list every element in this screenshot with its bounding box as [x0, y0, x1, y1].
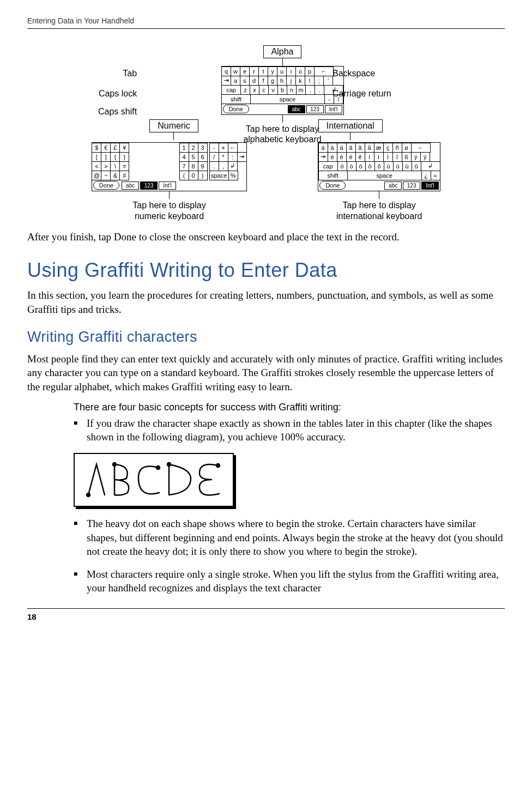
key[interactable]: ' [323, 76, 333, 86]
backspace-key[interactable]: ← [228, 143, 238, 153]
key[interactable]: é [328, 152, 337, 162]
done-button[interactable]: Done [319, 181, 346, 190]
key[interactable]: ê [355, 152, 365, 162]
backspace-key[interactable]: ← [411, 143, 431, 153]
key[interactable]: < [92, 161, 101, 171]
key[interactable]: á [318, 143, 328, 153]
key[interactable]: û [412, 161, 421, 171]
key[interactable]: 7 [179, 161, 189, 171]
key[interactable]: ¿ [421, 171, 431, 180]
key[interactable]: è [337, 152, 347, 162]
key[interactable]: w [231, 66, 240, 76]
key[interactable]: { [110, 152, 120, 162]
key[interactable]: s [240, 76, 250, 86]
key[interactable]: t [258, 66, 268, 76]
key[interactable]: , [305, 85, 315, 95]
key[interactable]: a [231, 76, 240, 86]
key[interactable]: \ [110, 161, 120, 171]
key[interactable]: e [240, 66, 250, 76]
space-key[interactable]: space [209, 171, 229, 180]
key[interactable]: . [209, 161, 219, 171]
key[interactable]: r [249, 66, 259, 76]
key[interactable]: d [249, 76, 259, 86]
key[interactable]: ß [402, 152, 412, 162]
key[interactable]: ó [337, 161, 347, 171]
key[interactable]: ÿ [420, 152, 430, 162]
key[interactable]: k [295, 76, 305, 86]
key[interactable]: à [328, 143, 337, 153]
key[interactable]: ì [374, 152, 384, 162]
key[interactable]: l [305, 76, 315, 86]
key[interactable]: « [431, 171, 440, 180]
key[interactable]: > [101, 161, 111, 171]
key[interactable]: 3 [198, 143, 208, 153]
key[interactable]: £ [110, 143, 120, 153]
key[interactable]: ) [198, 171, 208, 180]
key[interactable]: = [119, 161, 129, 171]
mode-abc[interactable]: abc [288, 105, 305, 113]
mode-intl[interactable]: Int'l [159, 181, 176, 190]
space-key[interactable]: space [250, 94, 325, 104]
key[interactable]: x [250, 85, 259, 95]
shift-key[interactable]: shift [318, 171, 348, 180]
key[interactable]: ö [356, 161, 366, 171]
key[interactable]: 0 [189, 171, 198, 180]
key[interactable]: ò [347, 161, 356, 171]
key[interactable]: ü [402, 161, 412, 171]
mode-intl[interactable]: Int'l [421, 181, 439, 190]
key[interactable]: æ [374, 143, 384, 153]
key[interactable]: m [296, 85, 306, 95]
shift-key[interactable]: shift [221, 94, 251, 104]
mode-abc[interactable]: abc [122, 181, 139, 190]
key[interactable]: . [315, 85, 324, 95]
mode-abc[interactable]: abc [384, 181, 402, 190]
key[interactable]: ï [383, 152, 393, 162]
key[interactable]: # [119, 171, 129, 180]
key[interactable]: â [346, 143, 356, 153]
key[interactable]: 2 [189, 143, 198, 153]
key[interactable]: ( [179, 171, 189, 180]
key[interactable]: j [286, 76, 296, 86]
key[interactable]: y [268, 66, 277, 76]
key[interactable]: c [259, 85, 269, 95]
return-key[interactable]: ↲ [421, 161, 440, 171]
key[interactable]: ý [411, 152, 421, 162]
key[interactable]: ô [365, 161, 375, 171]
tab-key[interactable]: ⇥ [318, 152, 328, 162]
key[interactable]: b [277, 85, 287, 95]
backspace-key[interactable]: ← [314, 66, 334, 76]
space-key[interactable]: space [347, 171, 422, 180]
caps-lock-key[interactable]: cap [221, 85, 241, 95]
done-button[interactable]: Done [223, 105, 249, 113]
key[interactable]: % [228, 171, 238, 180]
key[interactable]: q [221, 66, 231, 76]
key[interactable]: } [119, 152, 129, 162]
key[interactable]: + [219, 143, 228, 153]
key[interactable]: € [101, 143, 111, 153]
key[interactable]: å [355, 143, 365, 153]
key[interactable]: ç [383, 143, 393, 153]
key[interactable]: - [209, 143, 219, 153]
key[interactable]: v [268, 85, 278, 95]
key[interactable]: n [287, 85, 297, 95]
mode-123[interactable]: 123 [140, 181, 158, 190]
key[interactable]: ; [314, 76, 324, 86]
key[interactable]: 6 [198, 152, 208, 162]
key[interactable]: 1 [179, 143, 189, 153]
key[interactable]: f [258, 76, 268, 86]
key[interactable]: / [209, 152, 219, 162]
key[interactable]: o [295, 66, 305, 76]
key[interactable]: ë [346, 152, 356, 162]
key[interactable]: î [392, 152, 402, 162]
key[interactable]: $ [92, 143, 101, 153]
key[interactable]: ~ [101, 171, 111, 180]
done-button[interactable]: Done [93, 181, 119, 190]
key[interactable]: í [365, 152, 374, 162]
key[interactable]: ù [393, 161, 403, 171]
key[interactable]: ã [365, 143, 374, 153]
key[interactable]: ¥ [119, 143, 129, 153]
key[interactable]: [ [92, 152, 101, 162]
return-key[interactable]: ↲ [228, 161, 238, 171]
key[interactable]: & [110, 171, 120, 180]
key[interactable]: ñ [392, 143, 402, 153]
